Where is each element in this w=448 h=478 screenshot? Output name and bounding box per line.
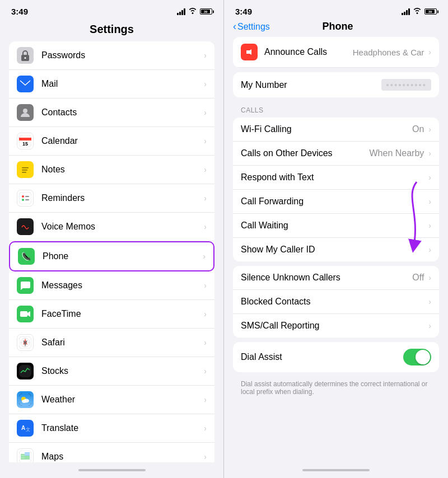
blocked-contacts-row[interactable]: Blocked Contacts › [233, 290, 439, 314]
dial-assist-row[interactable]: Dial Assist [233, 342, 439, 372]
settings-item-passwords[interactable]: Passwords › [9, 41, 214, 70]
sms-call-reporting-row[interactable]: SMS/Call Reporting › [233, 314, 439, 338]
announce-row[interactable]: Announce Calls Headphones & Car › [233, 37, 439, 68]
weather-label: Weather [41, 395, 202, 405]
silence-label: Silence Unknown Callers [241, 273, 412, 283]
settings-item-facetime[interactable]: FaceTime › [9, 300, 214, 329]
chevron-icon: › [204, 338, 207, 347]
right-home-indicator [224, 462, 448, 478]
translate-label: Translate [41, 423, 202, 433]
battery-icon: 39 [200, 8, 212, 15]
left-time: 3:49 [11, 7, 28, 16]
maps-label: Maps [41, 452, 202, 462]
announce-value: Headphones & Car [353, 48, 424, 57]
show-caller-id-row[interactable]: Show My Caller ID › [233, 238, 439, 261]
silence-group: Silence Unknown Callers Off › Blocked Co… [233, 266, 439, 338]
chevron-icon: › [428, 297, 431, 306]
svg-text:15: 15 [22, 141, 28, 147]
calls-section-header: CALLS [233, 102, 439, 118]
dial-assist-group: Dial Assist [233, 342, 439, 372]
chevron-icon: › [204, 165, 207, 174]
settings-item-safari[interactable]: Safari › [9, 329, 214, 357]
svg-rect-15 [25, 196, 29, 197]
chevron-icon: › [203, 252, 206, 261]
svg-point-4 [23, 109, 27, 113]
right-screen-title: Phone [270, 21, 405, 32]
left-screen-title: Settings [0, 18, 223, 41]
settings-item-mail[interactable]: Mail › [9, 70, 214, 99]
settings-item-voicememos[interactable]: Voice Memos › [9, 213, 214, 241]
svg-point-32 [22, 400, 26, 403]
settings-item-weather[interactable]: Weather › [9, 386, 214, 414]
calls-other-devices-row[interactable]: Calls on Other Devices When Nearby › [233, 142, 439, 166]
settings-item-reminders[interactable]: Reminders › [9, 184, 214, 213]
announce-icon [241, 44, 258, 60]
chevron-icon: › [204, 222, 207, 231]
weather-icon [17, 391, 34, 408]
settings-item-translate[interactable]: A文 Translate › [9, 414, 214, 443]
notes-label: Notes [41, 165, 202, 175]
my-number-value: •••••••••• [381, 79, 431, 91]
my-number-row[interactable]: My Number •••••••••• [233, 72, 439, 97]
svg-rect-39 [25, 456, 30, 460]
voicememos-icon [17, 218, 34, 235]
messages-icon [17, 277, 34, 294]
passwords-label: Passwords [41, 50, 202, 60]
settings-item-notes[interactable]: Notes › [9, 156, 214, 184]
right-nav-bar: ‹ Settings Phone [224, 18, 448, 37]
show-caller-id-label: Show My Caller ID [241, 245, 426, 255]
settings-item-messages[interactable]: Messages › [9, 271, 214, 300]
chevron-icon: › [428, 221, 431, 230]
announce-label: Announce Calls [264, 47, 353, 57]
wifi-icon [188, 7, 197, 16]
dial-assist-toggle[interactable] [403, 349, 431, 365]
right-panel: 3:49 39 ‹ Settings Phone [224, 0, 448, 478]
chevron-icon: › [428, 125, 431, 134]
chevron-icon: › [204, 452, 207, 461]
silence-value: Off [412, 273, 424, 283]
settings-item-contacts[interactable]: Contacts › [9, 99, 214, 127]
chevron-icon: › [428, 321, 431, 330]
svg-text:📞: 📞 [22, 252, 31, 260]
svg-rect-16 [25, 199, 29, 200]
chevron-icon: › [204, 79, 207, 88]
back-button[interactable]: ‹ Settings [233, 21, 270, 32]
call-waiting-row[interactable]: Call Waiting › [233, 214, 439, 238]
wifi-calling-value: On [412, 124, 424, 134]
svg-point-14 [22, 199, 24, 201]
respond-text-row[interactable]: Respond with Text › [233, 166, 439, 190]
call-forwarding-row[interactable]: Call Forwarding › [233, 190, 439, 214]
svg-text:文: 文 [26, 427, 30, 432]
chevron-icon: › [428, 273, 431, 282]
settings-item-calendar[interactable]: 15 Calendar › [9, 127, 214, 156]
left-panel: 3:49 39 Settings [0, 0, 224, 478]
settings-item-stocks[interactable]: Stocks › [9, 357, 214, 386]
svg-point-13 [22, 195, 24, 198]
battery-level: 39 [201, 10, 210, 13]
right-content: Announce Calls Headphones & Car › My Num… [224, 37, 448, 462]
chevron-icon: › [204, 137, 207, 146]
chevron-icon: › [428, 149, 431, 158]
calendar-label: Calendar [41, 136, 202, 146]
blocked-contacts-label: Blocked Contacts [241, 297, 426, 307]
chevron-icon: › [204, 367, 207, 376]
facetime-label: FaceTime [41, 309, 202, 319]
chevron-icon: › [204, 310, 207, 318]
dial-assist-label: Dial Assist [241, 352, 403, 362]
reminders-label: Reminders [41, 193, 202, 203]
settings-item-maps[interactable]: Maps › [9, 443, 214, 462]
chevron-icon: › [204, 194, 207, 203]
svg-rect-11 [22, 172, 26, 173]
chevron-icon: › [428, 245, 431, 254]
passwords-icon [17, 47, 34, 64]
svg-rect-10 [22, 170, 27, 171]
wifi-calling-row[interactable]: Wi-Fi Calling On › [233, 118, 439, 142]
facetime-icon [17, 306, 34, 322]
left-status-icons: 39 [177, 7, 212, 16]
sms-call-label: SMS/Call Reporting [241, 321, 426, 331]
chevron-icon: › [204, 281, 207, 290]
silence-unknown-callers-row[interactable]: Silence Unknown Callers Off › [233, 266, 439, 290]
settings-item-phone[interactable]: 📞 Phone › [9, 241, 214, 271]
call-forwarding-label: Call Forwarding [241, 196, 426, 207]
right-time: 3:49 [235, 7, 252, 16]
